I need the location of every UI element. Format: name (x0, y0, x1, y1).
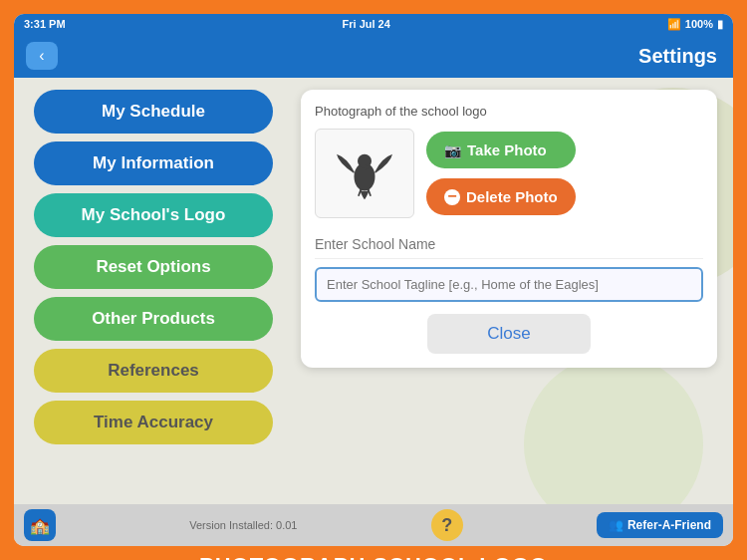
refer-icon: 👥 (609, 518, 623, 532)
main-area: My Schedule My Information My School's L… (14, 78, 733, 504)
logo-placeholder (315, 129, 414, 218)
camera-icon: 📷 (444, 142, 461, 158)
sidebar-btn-my-schools-logo[interactable]: My School's Logo (34, 193, 273, 237)
close-button[interactable]: Close (427, 314, 590, 354)
sidebar-btn-references[interactable]: References (34, 349, 273, 393)
card-title: Photograph of the school logo (315, 104, 703, 119)
back-button[interactable]: ‹ (26, 42, 58, 70)
sidebar-btn-other-products[interactable]: Other Products (34, 297, 273, 341)
card-body: 📷 Take Photo − Delete Photo (315, 129, 703, 218)
sidebar-btn-reset-options[interactable]: Reset Options (34, 245, 273, 289)
refer-a-friend-button[interactable]: 👥 Refer-A-Friend (597, 512, 723, 538)
app-icon: 🏫 (24, 509, 56, 541)
app-icon-symbol: 🏫 (30, 516, 50, 535)
help-button[interactable]: ? (431, 509, 463, 541)
nav-bar: ‹ Settings (14, 34, 733, 78)
sidebar-btn-my-information[interactable]: My Information (34, 141, 273, 185)
app-frame: 3:31 PM Fri Jul 24 📶 100% ▮ ‹ Settings M… (0, 0, 747, 560)
sidebar-btn-time-accuracy[interactable]: Time Accuracy (34, 401, 273, 444)
school-logo-card: Photograph of the school logo (301, 90, 717, 368)
battery-icon: ▮ (717, 18, 723, 31)
action-buttons: 📷 Take Photo − Delete Photo (426, 129, 576, 218)
status-right: 📶 100% ▮ (667, 18, 723, 31)
take-photo-button[interactable]: 📷 Take Photo (426, 132, 576, 168)
school-tagline-input[interactable] (315, 267, 703, 302)
status-date: Fri Jul 24 (343, 18, 390, 30)
school-name-input[interactable] (315, 230, 703, 259)
sidebar: My Schedule My Information My School's L… (14, 78, 293, 504)
delete-photo-button[interactable]: − Delete Photo (426, 178, 576, 215)
wifi-icon: 📶 (667, 18, 681, 31)
version-label: Version Installed: 0.01 (189, 519, 297, 531)
footer: 🏫 Version Installed: 0.01 ? 👥 Refer-A-Fr… (14, 504, 733, 546)
app-container: 3:31 PM Fri Jul 24 📶 100% ▮ ‹ Settings M… (14, 14, 733, 546)
eagle-icon (330, 139, 399, 208)
battery-label: 100% (685, 18, 713, 30)
status-bar: 3:31 PM Fri Jul 24 📶 100% ▮ (14, 14, 733, 34)
svg-line-4 (369, 189, 372, 196)
status-time: 3:31 PM (24, 18, 66, 30)
minus-icon: − (444, 189, 460, 205)
content-area: Photograph of the school logo (293, 78, 733, 504)
svg-line-3 (359, 189, 362, 196)
sidebar-btn-my-schedule[interactable]: My Schedule (34, 90, 273, 134)
nav-title: Settings (58, 45, 721, 68)
bottom-label: PHOTOGRAPH SCHOOL LOGO (14, 546, 733, 560)
